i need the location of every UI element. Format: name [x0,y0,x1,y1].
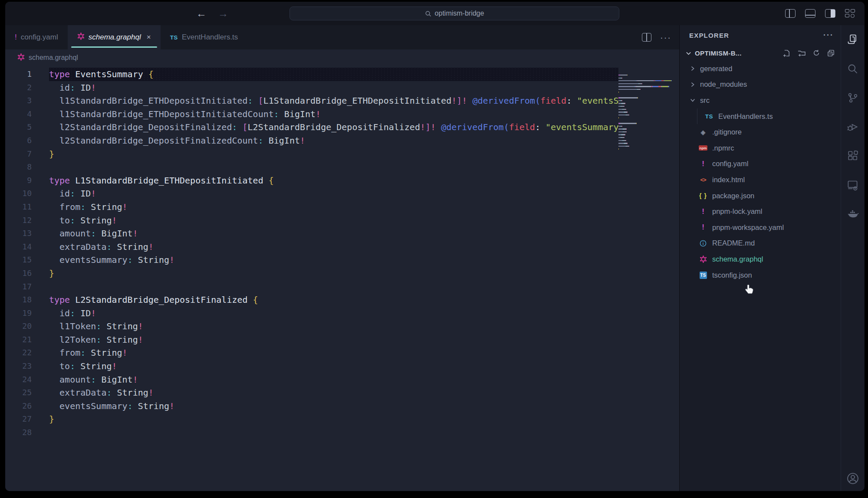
folder-src[interactable]: src [680,92,841,108]
vscode-window: ← → optimism-bridge !config.yamlschema.g… [5,2,865,491]
file-README.md[interactable]: README.md [680,236,841,252]
tab-schema.graphql[interactable]: schema.graphql× [68,25,161,49]
exclaim-icon: ! [699,160,707,168]
search-icon[interactable] [846,62,859,75]
run-debug-icon[interactable] [846,120,859,133]
breadcrumb-label: schema.graphql [29,54,78,62]
file-tsconfig.json[interactable]: TStsconfig.json [680,267,841,283]
tab-config.yaml[interactable]: !config.yaml [5,25,68,49]
code-line: 2 id: ID! [5,81,618,95]
folder-node_modules[interactable]: node_modules [680,77,841,93]
tree-item-label: EventHandlers.ts [718,112,773,121]
line-number: 25 [5,386,32,400]
file-.gitignore[interactable]: ◈.gitignore [680,124,841,140]
braces-icon: { } [699,192,707,199]
docker-icon[interactable] [846,207,859,220]
tree-item-label: .npmrc [712,144,734,152]
graphql-icon [17,53,25,62]
code-line: 11 from: String! [5,200,618,214]
line-number: 16 [5,267,32,280]
customize-layout-icon[interactable] [845,9,855,18]
line-number: 9 [5,174,32,187]
explorer-more-actions-icon[interactable]: ··· [823,31,834,40]
code-line: 18type L2StandardBridge_DepositFinalized… [5,293,618,307]
code-line: 4 l1StandardBridge_ETHDepositInitiatedCo… [5,108,618,121]
code-line: 6 l2StandardBridge_DepositFinalizedCount… [5,134,618,147]
project-root-row[interactable]: OPTIMISM-B... [680,45,841,61]
line-number: 28 [5,426,32,439]
new-file-icon[interactable] [783,49,790,57]
split-editor-icon[interactable] [642,33,651,42]
toggle-secondary-sidebar-icon[interactable] [825,9,835,18]
code-line: 15 eventsSummary: String! [5,253,618,267]
code-line: 10 id: ID! [5,187,618,200]
chevron-right-icon [690,66,696,71]
nav-back-icon[interactable]: ← [196,7,207,20]
explorer-title: EXPLORER [689,32,729,39]
file-EventHandlers.ts[interactable]: TSEventHandlers.ts [680,108,841,124]
code-line: 1type EventsSummary { [5,68,618,81]
file-.npmrc[interactable]: npm.npmrc [680,140,841,156]
file-pnpm-workspace.yaml[interactable]: !pnpm-workspace.yaml [680,220,841,236]
code-editor[interactable]: 1type EventsSummary {2 id: ID!3 l1Standa… [5,66,679,491]
line-number: 27 [5,413,32,426]
collapse-folders-icon[interactable] [827,49,835,57]
file-config.yaml[interactable]: !config.yaml [680,156,841,172]
tab-EventHandlers.ts[interactable]: TSEventHandlers.ts [161,25,248,49]
tree-item-label: generated [700,65,732,73]
code-line: 14 extraData: String! [5,240,618,254]
account-icon[interactable] [846,472,859,485]
source-control-icon[interactable] [846,91,859,104]
remote-explorer-icon[interactable] [846,178,859,191]
tree-item-label: schema.graphql [712,255,763,263]
folder-generated[interactable]: generated [680,61,841,77]
tree-item-label: tsconfig.json [712,271,752,279]
line-number: 4 [5,108,32,121]
chevron-down-icon [690,98,696,103]
tab-label: schema.graphql [89,33,141,42]
search-value: optimism-bridge [435,10,484,17]
file-schema.graphql[interactable]: schema.graphql [680,251,841,267]
project-root-label: OPTIMISM-B... [695,49,742,57]
tree-item-label: package.json [712,192,754,200]
file-index.html[interactable]: <>index.html [680,172,841,188]
line-number: 5 [5,121,32,134]
command-center-search[interactable]: optimism-bridge [289,7,619,20]
line-number: 10 [5,187,32,200]
explorer-icon[interactable] [846,33,859,46]
editor-more-actions-icon[interactable]: ··· [660,33,671,43]
code-line: 25 extraData: String! [5,386,618,400]
activity-bar [841,25,864,491]
toggle-primary-sidebar-icon[interactable] [785,9,796,18]
tree-item-label: node_modules [700,80,747,88]
code-line: 8 [5,161,618,174]
breadcrumb[interactable]: schema.graphql [5,49,679,66]
line-number: 11 [5,200,32,214]
minimap[interactable] [618,74,676,153]
html-icon: <> [699,177,707,183]
yaml-exclaim-icon: ! [15,33,17,42]
code-line: 9type L1StandardBridge_ETHDepositInitiat… [5,174,618,187]
code-line: 12 to: String! [5,214,618,227]
extensions-icon[interactable] [846,149,859,162]
tab-close-icon[interactable]: × [147,33,151,42]
diamond-icon: ◈ [699,129,707,136]
toggle-panel-icon[interactable] [805,9,815,18]
title-bar: ← → optimism-bridge [5,2,865,25]
file-package.json[interactable]: { }package.json [680,188,841,204]
tab-label: EventHandlers.ts [182,33,238,42]
line-number: 8 [5,161,32,174]
refresh-icon[interactable] [813,49,820,56]
tab-bar: !config.yamlschema.graphql×TSEventHandle… [5,25,679,49]
line-number: 14 [5,240,32,254]
code-line: 17 [5,280,618,294]
ts-badge-icon: TS [699,272,707,279]
exclaim-icon: ! [699,223,707,232]
nav-forward-icon[interactable]: → [218,7,228,20]
code-line: 20 l1Token: String! [5,320,618,333]
line-number: 1 [5,68,32,81]
file-pnpm-lock.yaml[interactable]: !pnpm-lock.yaml [680,203,841,220]
chevron-down-icon [686,50,691,56]
typescript-icon: TS [170,33,178,42]
new-folder-icon[interactable] [798,49,806,57]
